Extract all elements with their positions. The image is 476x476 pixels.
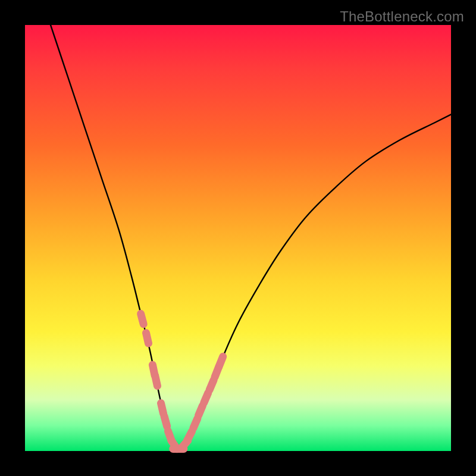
curve-layer <box>25 25 451 451</box>
marker-segment <box>161 403 164 414</box>
marker-segment <box>209 380 214 390</box>
marker-segment <box>193 418 198 428</box>
marker-segment <box>141 314 144 324</box>
marker-segment <box>146 333 149 344</box>
bottleneck-curve <box>51 25 451 451</box>
watermark-text: TheBottleneck.com <box>340 8 464 25</box>
marker-segment <box>164 416 167 426</box>
marker-segment <box>219 356 223 367</box>
marker-segment <box>187 431 192 441</box>
highlighted-markers <box>141 314 223 449</box>
marker-segment <box>155 375 158 386</box>
plot-area <box>25 25 451 451</box>
marker-segment <box>199 406 203 416</box>
curve-path <box>51 25 451 451</box>
chart-frame: TheBottleneck.com <box>0 0 476 476</box>
marker-segment <box>204 393 208 403</box>
